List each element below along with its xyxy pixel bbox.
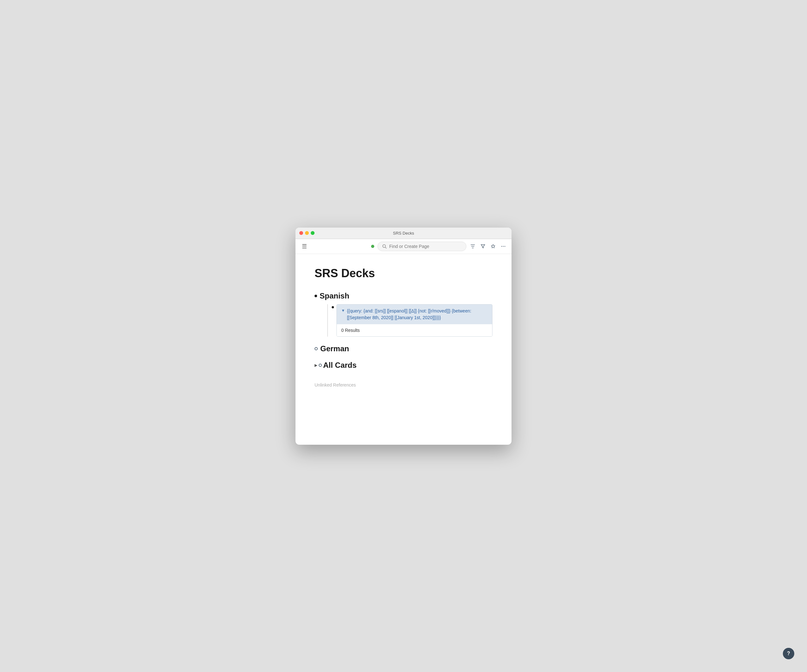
section-german: German bbox=[315, 344, 492, 353]
query-text: {{query: {and: [[srs]] [[espanol]] [[Δ]]… bbox=[347, 308, 488, 321]
svg-point-2 bbox=[501, 246, 502, 247]
spanish-indented: ▼ {{query: {and: [[srs]] [[espanol]] [[Δ… bbox=[327, 304, 492, 337]
chevron-right-icon: ▶ bbox=[315, 363, 317, 368]
help-icon: ? bbox=[787, 651, 790, 656]
more-icon bbox=[501, 244, 506, 249]
hamburger-icon: ☰ bbox=[302, 243, 307, 250]
svg-point-4 bbox=[505, 246, 505, 247]
german-title: German bbox=[320, 344, 349, 353]
german-bullet bbox=[315, 347, 318, 350]
close-button[interactable] bbox=[299, 231, 303, 235]
section-allcards: ▶ All Cards bbox=[315, 361, 492, 370]
unlinked-refs-label: Unlinked References bbox=[315, 383, 356, 388]
help-button[interactable]: ? bbox=[783, 648, 794, 659]
query-results: 0 Results bbox=[337, 324, 492, 336]
funnel-filter-button[interactable] bbox=[480, 243, 486, 250]
spanish-bullet bbox=[315, 295, 317, 297]
more-button[interactable] bbox=[500, 243, 506, 250]
search-bar[interactable] bbox=[377, 241, 467, 251]
query-block: ▼ {{query: {and: [[srs]] [[espanol]] [[Δ… bbox=[337, 304, 492, 337]
funnel-icon bbox=[480, 244, 485, 249]
allcards-bullet bbox=[319, 364, 322, 367]
main-content: SRS Decks Spanish ▼ {{query: {and: [[srs… bbox=[296, 254, 511, 445]
status-dot bbox=[371, 245, 374, 248]
minimize-button[interactable] bbox=[305, 231, 309, 235]
svg-line-1 bbox=[385, 247, 387, 248]
query-bullet bbox=[332, 306, 334, 308]
page-title: SRS Decks bbox=[315, 267, 492, 280]
section-spanish: Spanish ▼ {{query: {and: [[srs]] [[espan… bbox=[315, 291, 492, 337]
query-header: ▼ {{query: {and: [[srs]] [[espanol]] [[Δ… bbox=[337, 304, 492, 324]
filter-icon bbox=[470, 244, 475, 249]
german-section-header: German bbox=[315, 344, 492, 353]
results-count: 0 Results bbox=[341, 328, 360, 333]
search-input[interactable] bbox=[389, 244, 462, 249]
query-arrow-icon: ▼ bbox=[341, 308, 345, 313]
hamburger-button[interactable]: ☰ bbox=[301, 242, 308, 251]
window-title: SRS Decks bbox=[393, 231, 414, 236]
star-button[interactable] bbox=[490, 243, 496, 250]
maximize-button[interactable] bbox=[311, 231, 315, 235]
title-bar: SRS Decks bbox=[296, 228, 511, 239]
query-item: ▼ {{query: {and: [[srs]] [[espanol]] [[Δ… bbox=[332, 304, 492, 337]
filter-button[interactable] bbox=[470, 243, 476, 250]
unlinked-references: Unlinked References bbox=[315, 383, 492, 388]
svg-point-3 bbox=[503, 246, 504, 247]
spanish-section-header: Spanish bbox=[315, 291, 492, 300]
spanish-title: Spanish bbox=[320, 291, 349, 300]
toolbar: ☰ bbox=[296, 239, 511, 254]
allcards-section-header: ▶ All Cards bbox=[315, 361, 492, 370]
app-window: SRS Decks ☰ bbox=[296, 228, 511, 445]
star-icon bbox=[491, 244, 496, 249]
traffic-lights bbox=[299, 231, 315, 235]
search-icon bbox=[382, 244, 387, 249]
allcards-title: All Cards bbox=[323, 361, 357, 370]
toolbar-icons bbox=[470, 243, 506, 250]
